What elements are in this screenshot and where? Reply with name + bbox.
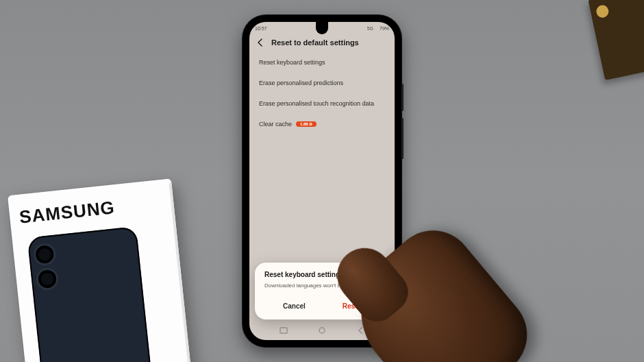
box-phone-render (27, 226, 155, 362)
home-icon[interactable] (317, 326, 327, 335)
battery-text: 79% (380, 26, 389, 31)
svg-point-1 (319, 328, 325, 333)
power-button (401, 118, 404, 159)
wooden-prop (588, 0, 644, 80)
samsung-logo: SAMSUNG (18, 192, 165, 228)
desk-scene: SAMSUNG 10:57 5G (0, 0, 644, 362)
item-erase-predictions[interactable]: Erase personalised predictions (259, 73, 385, 93)
settings-list: Reset keyboard settings Erase personalis… (249, 52, 395, 134)
camera-notch (316, 22, 328, 34)
back-icon[interactable] (256, 38, 264, 47)
item-clear-cache[interactable]: Clear cache 1.88 B (259, 114, 385, 134)
recents-icon[interactable] (279, 326, 288, 335)
status-time: 10:57 (255, 26, 267, 31)
cancel-button[interactable]: Cancel (272, 298, 317, 314)
camera-icon (38, 269, 58, 289)
page-title: Reset to default settings (271, 38, 359, 47)
item-erase-touch-data[interactable]: Erase personalised touch recognition dat… (259, 93, 385, 114)
svg-rect-0 (280, 328, 287, 333)
cache-size-badge: 1.88 B (296, 121, 317, 128)
camera-icon (35, 245, 55, 265)
volume-button (401, 84, 404, 111)
network-icon: 5G (367, 26, 373, 31)
page-header: Reset to default settings (249, 34, 395, 52)
samsung-box: SAMSUNG (8, 178, 193, 362)
item-reset-keyboard[interactable]: Reset keyboard settings (259, 52, 385, 73)
